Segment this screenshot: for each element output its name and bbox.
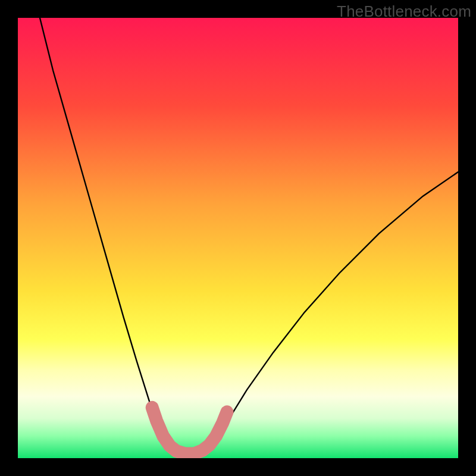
bottleneck-chart [18,18,458,458]
chart-frame: TheBottleneck.com [0,0,476,476]
plot-area [18,18,458,458]
gradient-background [18,18,458,458]
